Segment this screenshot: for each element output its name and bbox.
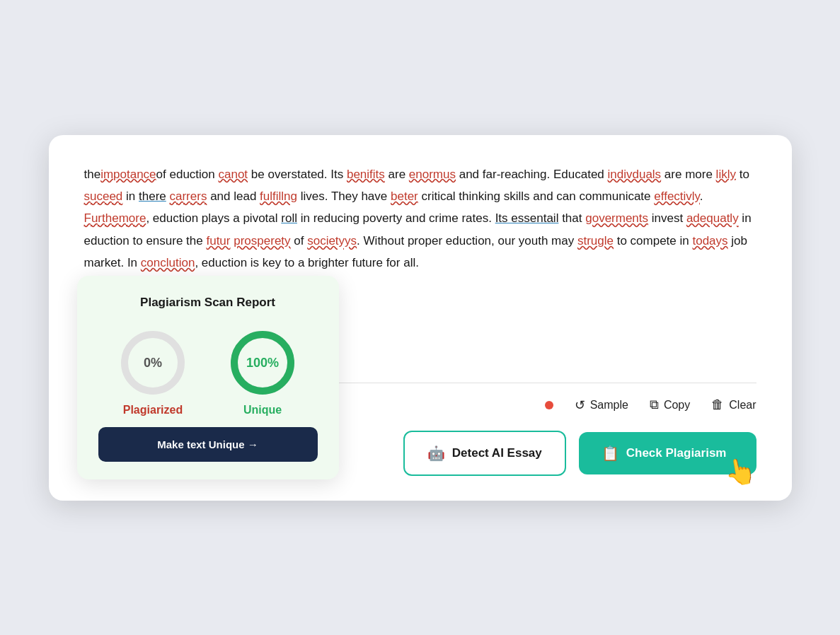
copy-button[interactable]: ⧉ Copy — [650, 397, 690, 412]
unique-chart: 100% — [227, 327, 298, 398]
spelling-error: strugle — [577, 234, 614, 247]
spelling-error: futur — [206, 234, 230, 247]
spelling-error: benifits — [347, 168, 385, 181]
spelling-error: Furthemore — [84, 211, 146, 225]
circles-row: 0% Plagiarized 100% Unique — [98, 327, 318, 416]
plagiarism-report-card: Plagiarism Scan Report 0% Plagiarized — [77, 276, 339, 479]
spelling-error: effectivly — [654, 190, 700, 203]
spelling-error: enormus — [409, 168, 456, 181]
spelling-error: beter — [391, 190, 418, 203]
detect-ai-label: Detect AI Essay — [452, 446, 542, 460]
plagiarized-pct: 0% — [144, 355, 162, 370]
check-plagiarism-label: Check Plagiarism — [626, 446, 727, 460]
spelling-error: todays — [692, 234, 727, 247]
sample-button[interactable]: ↺ Sample — [575, 397, 628, 413]
spelling-error: fulfillng — [260, 190, 297, 203]
main-container: theimpotanceof eduction canot be oversta… — [49, 135, 792, 501]
ai-robot-icon: 🤖 — [427, 445, 445, 462]
spelling-error: canot — [218, 168, 248, 181]
plagiarized-label: Plagiarized — [123, 404, 183, 416]
spelling-error: conclution — [141, 256, 195, 269]
grammar-error: there — [139, 190, 166, 203]
unique-circle-item: 100% Unique — [227, 327, 298, 416]
cursor-hand: 👆 — [722, 454, 759, 489]
copy-label: Copy — [664, 399, 690, 412]
sample-label: Sample — [590, 399, 628, 412]
make-unique-label: Make text Unique → — [157, 438, 258, 450]
spelling-error: societyys — [307, 234, 357, 247]
copy-icon: ⧉ — [650, 397, 659, 412]
detect-ai-button[interactable]: 🤖 Detect AI Essay — [403, 431, 566, 476]
grammar-error: roll — [281, 211, 297, 225]
plagiarized-chart: 0% — [117, 327, 188, 398]
spelling-error: suceed — [84, 190, 123, 203]
trash-icon: 🗑 — [711, 397, 724, 412]
red-dot-indicator — [545, 401, 553, 409]
clear-label: Clear — [729, 399, 756, 412]
clear-button[interactable]: 🗑 Clear — [711, 397, 756, 412]
grammar-error: Its essentail — [495, 211, 559, 225]
make-unique-button[interactable]: Make text Unique → — [98, 427, 318, 462]
toolbar-actions: ↺ Sample ⧉ Copy 🗑 Clear — [545, 397, 756, 413]
plagiarism-doc-icon: 📋 — [602, 445, 619, 462]
unique-pct: 100% — [246, 355, 279, 370]
sample-icon: ↺ — [575, 397, 585, 413]
spelling-error: prosperety — [234, 234, 290, 247]
unique-label: Unique — [243, 404, 282, 416]
card-title: Plagiarism Scan Report — [98, 296, 318, 310]
spelling-error: indivduals — [608, 168, 662, 181]
spelling-error: likly — [716, 168, 736, 181]
spelling-error: goverments — [585, 211, 648, 225]
spelling-error: adequatly — [686, 211, 739, 225]
plagiarized-circle-item: 0% Plagiarized — [117, 327, 188, 416]
spelling-error: impotance — [100, 168, 156, 181]
spelling-error: carrers — [170, 190, 207, 203]
